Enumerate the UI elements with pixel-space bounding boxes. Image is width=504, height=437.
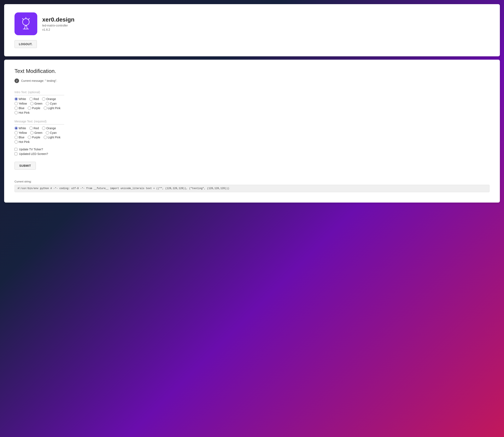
message-color-row-2: Yellow Green Cyan	[14, 131, 490, 134]
intro-color-row-4: Hot Pink	[14, 111, 490, 114]
tv-ticker-checkbox-label[interactable]: Update TV Ticker?	[14, 148, 490, 151]
message-color-group: White Red Orange Yellow Green Cyan	[14, 127, 490, 144]
led-screen-checkbox-label[interactable]: Updated LED Screen?	[14, 152, 490, 156]
checkboxes-section: Update TV Ticker? Updated LED Screen?	[14, 148, 490, 156]
message-color-blue[interactable]: Blue	[14, 136, 24, 139]
page-title: Text Modification.	[14, 68, 490, 74]
info-icon: i	[14, 79, 19, 83]
led-screen-checkbox[interactable]	[14, 152, 17, 155]
current-string-value: #!/usr/bin/env python # -*- coding: utf-…	[14, 185, 490, 192]
intro-color-red[interactable]: Red	[30, 97, 39, 101]
app-info: xer0.design led-matrix-controller v1.6.2	[14, 12, 490, 35]
intro-color-blue[interactable]: Blue	[14, 107, 24, 110]
message-color-cyan[interactable]: Cyan	[46, 131, 57, 134]
intro-color-white[interactable]: White	[14, 97, 26, 101]
message-color-green[interactable]: Green	[30, 131, 42, 134]
intro-color-purple[interactable]: Purple	[28, 107, 40, 110]
message-color-white[interactable]: White	[14, 127, 26, 130]
app-icon	[14, 12, 37, 35]
svg-line-7	[27, 26, 27, 29]
intro-text-section: White Red Orange Yellow Green Cyan	[14, 89, 490, 114]
intro-text-input[interactable]	[14, 89, 64, 95]
intro-color-hotpink[interactable]: Hot Pink	[14, 111, 30, 114]
message-color-red[interactable]: Red	[30, 127, 39, 130]
main-card: Text Modification. i Current message: " …	[4, 60, 500, 203]
intro-color-row-3: Blue Purple Light Pink	[14, 107, 490, 110]
logout-button[interactable]: LOGOUT.	[14, 40, 37, 48]
svg-line-3	[22, 19, 23, 19]
message-color-lightpink[interactable]: Light Pink	[44, 136, 60, 139]
app-version: v1.6.2	[42, 28, 75, 31]
intro-color-green[interactable]: Green	[30, 102, 42, 105]
current-string-section: Current string: #!/usr/bin/env python # …	[14, 180, 490, 192]
app-name: xer0.design	[42, 16, 75, 23]
message-text-section: White Red Orange Yellow Green Cyan	[14, 119, 490, 144]
led-screen-label: Updated LED Screen?	[19, 152, 48, 156]
svg-line-2	[29, 19, 30, 19]
svg-point-0	[23, 19, 29, 25]
intro-color-row-1: White Red Orange	[14, 97, 490, 101]
intro-color-cyan[interactable]: Cyan	[46, 102, 57, 105]
intro-color-yellow[interactable]: Yellow	[14, 102, 27, 105]
current-message-text: Current message: " testing".	[21, 79, 57, 82]
tv-ticker-label: Update TV Ticker?	[19, 148, 43, 151]
intro-color-row-2: Yellow Green Cyan	[14, 102, 490, 105]
message-color-hotpink[interactable]: Hot Pink	[14, 140, 30, 144]
submit-button[interactable]: SUBMIT	[14, 162, 36, 170]
message-color-row-4: Hot Pink	[14, 140, 490, 144]
current-string-label: Current string:	[14, 180, 490, 183]
intro-color-lightpink[interactable]: Light Pink	[44, 107, 60, 110]
app-details: xer0.design led-matrix-controller v1.6.2	[42, 16, 75, 31]
message-text-input[interactable]	[14, 119, 64, 124]
tv-ticker-checkbox[interactable]	[14, 148, 17, 151]
message-color-row-3: Blue Purple Light Pink	[14, 136, 490, 139]
svg-line-6	[24, 26, 25, 29]
intro-color-group: White Red Orange Yellow Green Cyan	[14, 97, 490, 114]
app-subtitle: led-matrix-controller	[42, 24, 75, 27]
message-color-yellow[interactable]: Yellow	[14, 131, 27, 134]
message-color-row-1: White Red Orange	[14, 127, 490, 130]
header-card: xer0.design led-matrix-controller v1.6.2…	[4, 4, 500, 56]
intro-color-orange[interactable]: Orange	[42, 97, 56, 101]
message-color-orange[interactable]: Orange	[42, 127, 56, 130]
message-color-purple[interactable]: Purple	[28, 136, 40, 139]
info-row: i Current message: " testing".	[14, 79, 490, 83]
